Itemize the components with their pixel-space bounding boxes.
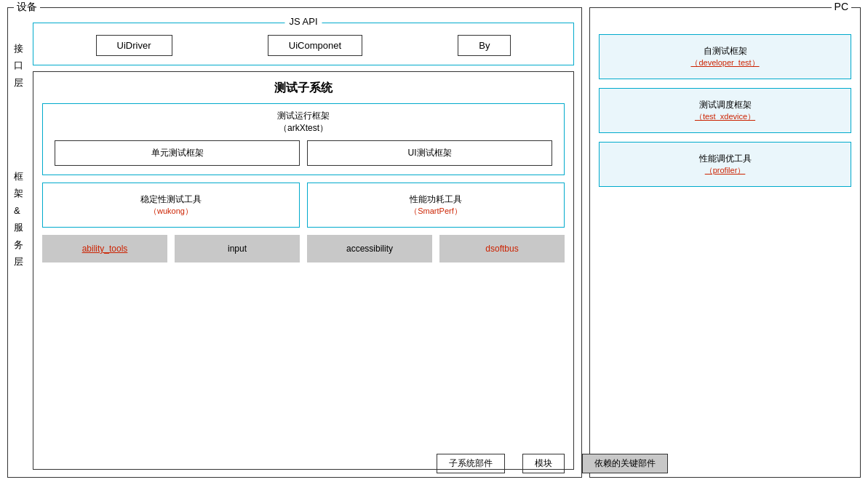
legend-row: 子系统部件 模块 依赖的关键部件 — [437, 454, 668, 473]
framework-layer-label: 框架&服务层 — [14, 168, 23, 270]
js-api-section: JS API UiDriver UiComponet By — [33, 23, 574, 65]
uidriver-box: UiDriver — [96, 35, 172, 56]
tools-row: 稳定性测试工具 （wukong） 性能功耗工具 （SmartPerf） — [42, 183, 565, 228]
uicomponet-box: UiComponet — [268, 35, 362, 56]
ui-test-framework-box: UI测试框架 — [307, 140, 552, 166]
input-item: input — [175, 235, 300, 262]
test-runtime-items: 单元测试框架 UI测试框架 — [55, 140, 552, 166]
dsoftbus-item: dsoftbus — [439, 235, 565, 262]
interface-layer-label: 接口层 — [14, 40, 23, 91]
inner-content: JS API UiDriver UiComponet By 测试子系统 — [33, 15, 574, 470]
main-container: 设备 接口层 框架&服务层 JS API UiDriver UiComponet — [0, 0, 868, 485]
right-panel: PC 自测试框架 （developer_test） 测试调度框架 （test_x… — [589, 7, 861, 478]
test-runtime-title: 测试运行框架 （arkXtest） — [55, 110, 552, 135]
pc-boxes-container: 自测试框架 （developer_test） 测试调度框架 （test_xdev… — [599, 34, 851, 465]
test-subsystem-title: 测试子系统 — [42, 81, 565, 96]
stability-tool-box: 稳定性测试工具 （wukong） — [42, 183, 300, 228]
performance-tool-box: 性能功耗工具 （SmartPerf） — [307, 183, 565, 228]
left-panel: 设备 接口层 框架&服务层 JS API UiDriver UiComponet — [7, 7, 582, 478]
js-api-title: JS API — [284, 16, 322, 27]
js-api-items: UiDriver UiComponet By — [48, 35, 559, 56]
legend-module: 模块 — [522, 454, 565, 473]
ability-tools-item: ability_tools — [42, 235, 167, 262]
bottom-items-row: ability_tools input accessibility dsoftb… — [42, 235, 565, 262]
test-schedule-framework-box: 测试调度框架 （test_xdevice） — [599, 88, 851, 133]
self-test-framework-box: 自测试框架 （developer_test） — [599, 34, 851, 79]
performance-tuning-box: 性能调优工具 （profiler） — [599, 142, 851, 187]
by-box: By — [458, 35, 511, 56]
legend-dependency: 依赖的关键部件 — [582, 454, 668, 473]
accessibility-item: accessibility — [307, 235, 432, 262]
left-panel-title: 设备 — [14, 1, 40, 14]
unit-test-framework-box: 单元测试框架 — [55, 140, 300, 166]
test-runtime-section: 测试运行框架 （arkXtest） 单元测试框架 UI测试框架 — [42, 103, 565, 175]
legend-subsystem: 子系统部件 — [437, 454, 505, 473]
right-panel-title: PC — [832, 1, 851, 12]
test-subsystem-section: 测试子系统 测试运行框架 （arkXtest） 单元测试框架 UI测试框架 — [33, 71, 574, 470]
